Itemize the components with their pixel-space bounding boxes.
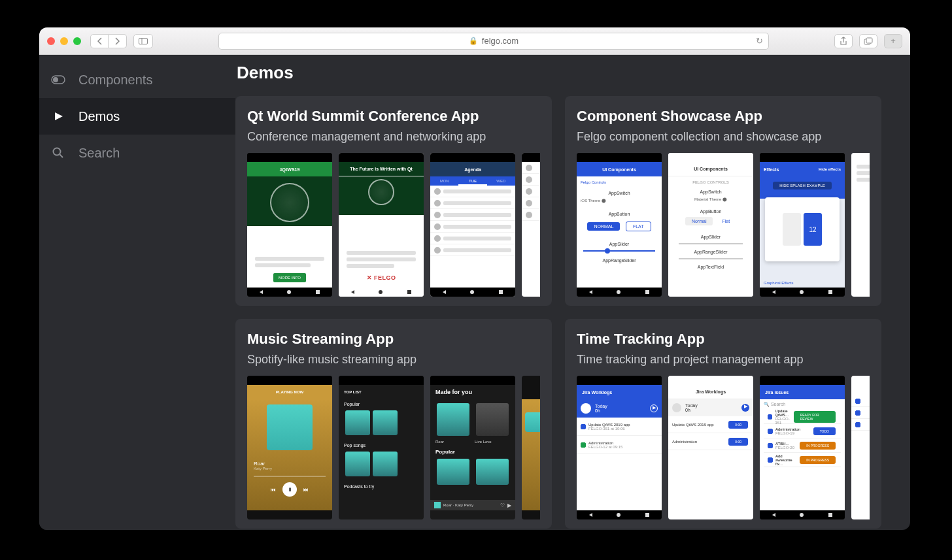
thumbnail: EffectsHide effects HIDE SPLASH EXAMPLE …: [760, 153, 845, 297]
app-sidebar: Components Demos Search: [39, 55, 235, 530]
svg-rect-0: [139, 38, 148, 44]
svg-point-6: [54, 148, 61, 156]
sidebar-item-label: Components: [78, 73, 152, 88]
minimize-window-button[interactable]: [60, 37, 68, 45]
zoom-window-button[interactable]: [73, 37, 81, 45]
demo-subtitle: Felgo component collection and showcase …: [577, 130, 870, 144]
thumbnail: Made for you Roar Live Love Popular Roar…: [430, 376, 515, 519]
thumbnail: Jira Issues 🔍 Search Update QtWS...FELGO…: [760, 376, 845, 519]
sidebar-icon: [139, 38, 148, 44]
demo-card-music-streaming[interactable]: Music Streaming App Spotify-like music s…: [235, 319, 552, 529]
tabs-button[interactable]: [859, 34, 877, 48]
demo-thumbnails: #QtWS19 MORE INFO: [247, 153, 540, 297]
thumbnail: #QtWS19 MORE INFO: [247, 153, 332, 297]
play-icon: [51, 111, 65, 122]
share-button[interactable]: [834, 34, 853, 48]
svg-rect-3: [866, 38, 872, 43]
sidebar-item-search[interactable]: Search: [39, 135, 235, 171]
sidebar-item-demos[interactable]: Demos: [39, 98, 235, 135]
demo-card-time-tracking[interactable]: Time Tracking App Time tracking and proj…: [565, 319, 881, 529]
nav-buttons: [90, 34, 127, 48]
thumbnail: UI Components Felgo Controls AppSwitch i…: [577, 153, 662, 297]
svg-line-7: [60, 155, 63, 158]
new-tab-button[interactable]: +: [884, 34, 902, 48]
sidebar-item-components[interactable]: Components: [39, 61, 235, 98]
sidebar-item-label: Search: [78, 146, 120, 161]
toggle-icon: [51, 75, 65, 84]
thumbnail: UI Components FELGO CONTROLS AppSwitch M…: [668, 153, 753, 297]
thumbnail-partial: [851, 153, 870, 297]
demo-card-component-showcase[interactable]: Component Showcase App Felgo component c…: [565, 96, 881, 306]
share-icon: [840, 37, 847, 46]
address-bar[interactable]: 🔒 felgo.com ↻: [218, 33, 769, 50]
thumbnail: Jira Worklogs Today0h ▶ Update QtWS 2019…: [577, 376, 662, 519]
thumbnail-partial: [851, 376, 870, 519]
close-window-button[interactable]: [47, 37, 55, 45]
demo-card-qt-world-summit[interactable]: Qt World Summit Conference App Conferenc…: [235, 96, 552, 306]
chevron-left-icon: [97, 37, 102, 45]
sidebar-toggle-button[interactable]: [133, 34, 153, 48]
demo-subtitle: Spotify-like music streaming app: [247, 353, 540, 367]
demo-title: Component Showcase App: [577, 108, 870, 125]
demo-grid: Qt World Summit Conference App Conferenc…: [235, 96, 910, 529]
thumbnail: Agenda MONTUEWED: [430, 153, 515, 297]
svg-point-5: [53, 77, 58, 82]
forward-button[interactable]: [109, 34, 127, 48]
demo-title: Qt World Summit Conference App: [247, 108, 540, 125]
sidebar-item-label: Demos: [78, 109, 120, 124]
demo-subtitle: Conference management and networking app: [247, 130, 540, 144]
chevron-right-icon: [115, 37, 120, 45]
thumbnail-partial: [522, 376, 540, 519]
toolbar-right: +: [834, 34, 902, 48]
thumbnail: PLAYING NOW Roar Katy Perry ⏮ ⏸ ⏭: [247, 376, 332, 519]
demo-subtitle: Time tracking and project management app: [577, 353, 870, 367]
search-icon: [51, 147, 65, 159]
demo-thumbnails: UI Components Felgo Controls AppSwitch i…: [577, 153, 870, 297]
back-button[interactable]: [90, 34, 109, 48]
content: Components Demos Search Demos Qt: [39, 55, 910, 530]
lock-icon: 🔒: [469, 37, 478, 45]
demo-thumbnails: PLAYING NOW Roar Katy Perry ⏮ ⏸ ⏭: [247, 376, 540, 519]
thumbnail: TOP LIST Popular Pop songs Podcasts to t…: [339, 376, 424, 519]
thumbnail: The Future is Written with Qt ✕ FELGO: [339, 153, 424, 297]
main-area: Demos Qt World Summit Conference App Con…: [235, 55, 910, 530]
traffic-lights: [47, 37, 81, 45]
reload-button[interactable]: ↻: [756, 36, 763, 46]
thumbnail: Jira Worklogs Today0h ▶ Update QtWS 2019…: [668, 376, 753, 519]
tabs-icon: [864, 37, 873, 45]
demo-thumbnails: Jira Worklogs Today0h ▶ Update QtWS 2019…: [577, 376, 870, 519]
thumbnail-partial: [522, 153, 540, 297]
safari-window: 🔒 felgo.com ↻ + Components: [39, 27, 910, 530]
url-text: felgo.com: [482, 36, 518, 46]
demo-title: Music Streaming App: [247, 331, 540, 348]
page-title: Demos: [235, 63, 910, 96]
demo-title: Time Tracking App: [577, 331, 870, 348]
titlebar: 🔒 felgo.com ↻ +: [39, 27, 910, 55]
